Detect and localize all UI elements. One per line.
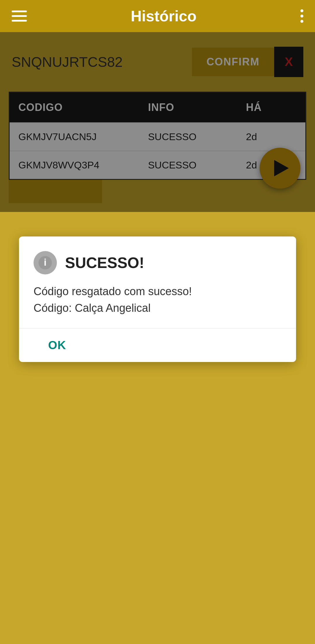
page-title: Histórico (131, 7, 196, 25)
hamburger-menu-icon[interactable] (12, 11, 27, 22)
dialog-message: Código resgatado com sucesso! Código: Ca… (34, 283, 281, 316)
dialog-message-line2: Código: Calça Angelical (34, 302, 150, 314)
main-content: SNQNUJRTCS82 CONFIRM X CODIGO INFO HÁ GK… (0, 32, 315, 212)
dialog-ok-button[interactable]: OK (34, 328, 281, 362)
dialog-message-line1: Código resgatado com sucesso! (34, 285, 192, 297)
dialog-title: SUCESSO! (65, 254, 144, 271)
more-options-icon[interactable] (300, 9, 303, 23)
success-dialog: i SUCESSO! Código resgatado com sucesso!… (19, 236, 296, 362)
dialog-info-icon: i (34, 251, 57, 274)
app-header: Histórico (0, 0, 315, 32)
dialog-header: i SUCESSO! (34, 251, 281, 274)
modal-overlay (0, 32, 315, 212)
svg-text:i: i (44, 257, 46, 268)
